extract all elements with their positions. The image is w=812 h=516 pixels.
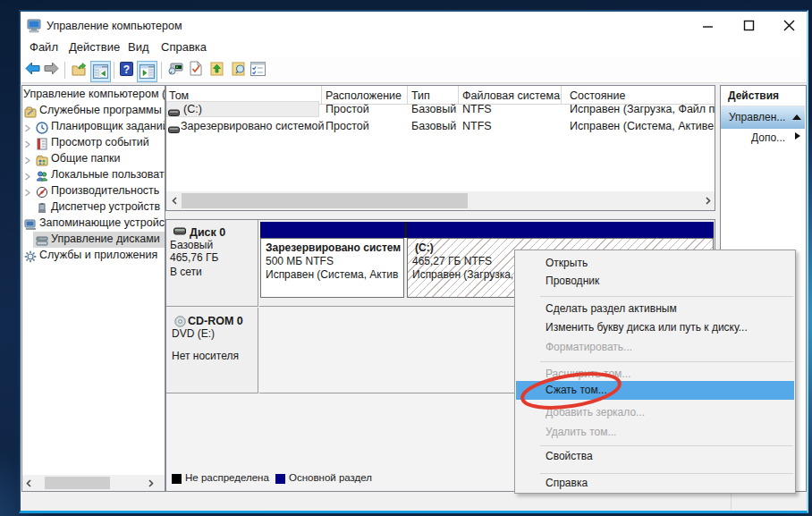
svg-text:?: ?: [123, 63, 130, 76]
